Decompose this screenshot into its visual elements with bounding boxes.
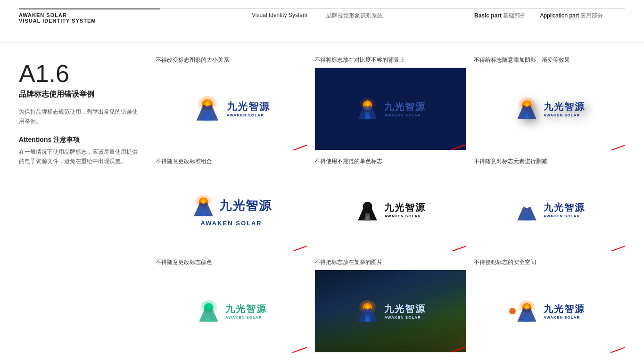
logo-wrong-color-display: 九光智源 AWAKEN SOLAR [196, 298, 267, 324]
logo-icon-combo [190, 193, 216, 219]
logo-chinese-complex: 九光智源 [384, 303, 426, 315]
cell-delete-elements: 不得随意对标志元素进行删减 [474, 158, 625, 252]
cell-9-label: 不得侵犯标志的安全空间 [474, 259, 625, 266]
cell-3-label: 不得给标志随意添加阴影、渐变等效果 [474, 57, 625, 64]
logo-icon-shadow [514, 96, 540, 122]
cell-7-label: 不得随意更改标志颜色 [156, 259, 307, 266]
logo-complex-display: 九光智源 AWAKEN SOLAR [355, 298, 426, 324]
logo-display: 九光智源 AWAKEN SOLAR [192, 94, 270, 123]
cell-3-logo: 九光智源 AWAKEN SOLAR [474, 67, 625, 150]
logo-text: 九光智源 AWAKEN SOLAR [227, 100, 270, 117]
logo-icon-svg [192, 94, 222, 123]
section-desc: 为保持品牌标志规范使用，列举出常见的错误使用举例。 [19, 107, 141, 126]
logo-mono-display: 九光智源 AWAKEN SOLAR [355, 197, 426, 223]
logo-chinese-mono: 九光智源 [384, 201, 426, 214]
logo-icon-dark [355, 96, 380, 122]
cell-2-label: 不得将标志放在对比度不够的背景上 [314, 57, 466, 64]
part-basic: Basic part 基础部分 [474, 12, 526, 20]
logo-english-complex: AWAKEN SOLAR [384, 315, 426, 320]
logo-dark-display: 九光智源 AWAKEN SOLAR [355, 96, 426, 122]
logo-text-safety: 九光智源 AWAKEN SOLAR [544, 303, 585, 320]
nav-row: Visual Identity System 品牌视觉形象识别系统 [252, 12, 383, 20]
logo-english-mono: AWAKEN SOLAR [384, 214, 426, 218]
cell-dark-bg: 不得将标志放在对比度不够的背景上 [314, 57, 466, 150]
cell-1-logo: 九光智源 AWAKEN SOLAR [156, 67, 307, 150]
cell-wrong-color: 不得随意更改标志颜色 [156, 259, 307, 353]
logo-icon-wrong-color [196, 298, 222, 324]
attention-title: Attentions 注意事项 [19, 136, 141, 144]
logo-text-complex: 九光智源 AWAKEN SOLAR [384, 303, 426, 320]
logo-icon-deleted [514, 197, 540, 223]
logo-text-dark: 九光智源 AWAKEN SOLAR [384, 100, 426, 117]
logo-english-safety: AWAKEN SOLAR [544, 315, 585, 320]
logo-chinese-combo: 九光智源 [219, 197, 272, 214]
logo-combo-display: 九光智源 AWAKEN SOLAR [190, 193, 272, 227]
logo-text-mono: 九光智源 AWAKEN SOLAR [384, 201, 426, 218]
logo-icon-mono [355, 197, 380, 223]
logo-chinese-safety: 九光智源 [544, 303, 585, 315]
cell-5-logo: 九光智源 AWAKEN SOLAR [314, 169, 466, 252]
logo-chinese-deleted: 九光智源 [544, 201, 585, 214]
brand-title: AWAKEN SOLAR VISUAL IDENTITY SYSTEM [19, 8, 160, 24]
section-number: A1.6 [19, 61, 141, 86]
part-app-cn: 应用部分 [580, 12, 603, 19]
cell-4-logo: 九光智源 AWAKEN SOLAR [156, 169, 307, 252]
logo-chinese-wrong-color: 九光智源 [225, 303, 267, 315]
logo-icon-safety [514, 298, 540, 324]
logo-chinese-dark: 九光智源 [384, 100, 426, 113]
attention-desc: 在一般情况下使用品牌标志，应该尽量使用提供的电子资源文件，避免在重绘中出现误差。 [19, 147, 141, 166]
safety-space-display: 九光智源 AWAKEN SOLAR [514, 298, 585, 324]
logo-safety-display: 九光智源 AWAKEN SOLAR [514, 298, 585, 324]
logo-english-dark: AWAKEN SOLAR [384, 113, 426, 117]
main-content: A1.6 品牌标志使用错误举例 为保持品牌标志规范使用，列举出常见的错误使用举例… [0, 42, 644, 362]
examples-grid: 不得改变标志图形的大小关系 [156, 52, 625, 353]
logo-text-deleted: 九光智源 AWAKEN SOLAR [544, 201, 585, 218]
part-app-en: Application part [540, 12, 579, 19]
cell-wrong-combo: 不得随意更改标准组合 [156, 158, 307, 252]
cell-6-logo: 九光智源 AWAKEN SOLAR [474, 169, 625, 252]
section-title: 品牌标志使用错误举例 [19, 90, 141, 99]
logo-deleted-display: 九光智源 AWAKEN SOLAR [514, 197, 585, 223]
cell-safety-space: 不得侵犯标志的安全空间 [474, 259, 625, 353]
part-basic-cn: 基础部分 [503, 12, 526, 19]
cell-7-logo: 九光智源 AWAKEN SOLAR [156, 270, 307, 353]
cell-9-logo: 九光智源 AWAKEN SOLAR [474, 270, 625, 353]
header-nav: Visual Identity System 品牌视觉形象识别系统 [160, 8, 474, 20]
part-basic-en: Basic part [474, 12, 502, 19]
logo-text-wrong-color: 九光智源 AWAKEN SOLAR [225, 303, 267, 320]
cell-5-label: 不得使用不规范的单色标志 [314, 158, 466, 165]
cell-4-label: 不得随意更改标准组合 [156, 158, 307, 165]
logo-top-row: 九光智源 [190, 193, 272, 219]
logo-english-text: AWAKEN SOLAR [227, 114, 270, 117]
logo-english-wrong-color: AWAKEN SOLAR [225, 315, 267, 320]
logo-english-shadow: AWAKEN SOLAR [544, 113, 585, 117]
orange-dot [509, 308, 516, 314]
logo-icon-complex [355, 298, 380, 324]
logo-english-deleted: AWAKEN SOLAR [544, 214, 585, 218]
brand-line1: AWAKEN SOLAR [19, 12, 160, 18]
cell-shadow: 不得给标志随意添加阴影、渐变等效果 [474, 57, 625, 150]
logo-chinese-shadow: 九光智源 [544, 100, 585, 113]
cell-size-mismatch: 不得改变标志图形的大小关系 [156, 57, 307, 150]
brand-line2: VISUAL IDENTITY SYSTEM [19, 18, 160, 24]
cell-2-logo: 九光智源 AWAKEN SOLAR [314, 67, 466, 150]
part-application: Application part 应用部分 [540, 12, 603, 20]
page-header: AWAKEN SOLAR VISUAL IDENTITY SYSTEM Visu… [0, 0, 644, 42]
cell-6-label: 不得随意对标志元素进行删减 [474, 158, 625, 165]
header-right: Basic part 基础部分 Application part 应用部分 [474, 8, 625, 20]
nav-chinese: 品牌视觉形象识别系统 [326, 12, 383, 20]
nav-visual-identity: Visual Identity System [252, 12, 307, 20]
cell-8-label: 不得把标志放在复杂的图片 [314, 259, 466, 266]
logo-shadow-display: 九光智源 AWAKEN SOLAR [514, 96, 585, 122]
logo-text-shadow: 九光智源 AWAKEN SOLAR [544, 100, 585, 117]
logo-chinese-text: 九光智源 [227, 100, 270, 114]
left-sidebar: A1.6 品牌标志使用错误举例 为保持品牌标志规范使用，列举出常见的错误使用举例… [19, 52, 141, 353]
cell-8-logo: 九光智源 AWAKEN SOLAR [314, 270, 466, 353]
cell-monochrome: 不得使用不规范的单色标志 九光智源 AWAKEN SOLAR [314, 158, 466, 252]
cell-complex-bg: 不得把标志放在复杂的图片 [314, 259, 466, 353]
cell-1-label: 不得改变标志图形的大小关系 [156, 57, 307, 64]
logo-english-combo: AWAKEN SOLAR [201, 220, 262, 227]
